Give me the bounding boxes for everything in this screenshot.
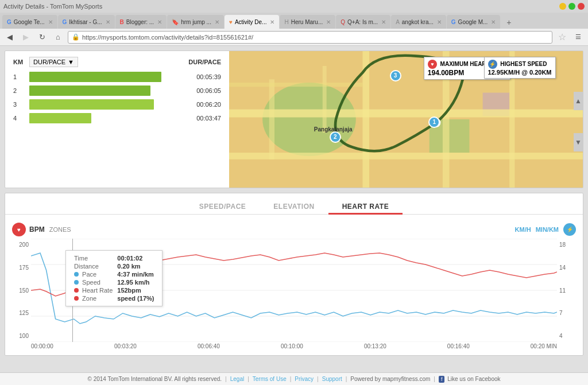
tab-heart-rate[interactable]: HEART RATE (328, 199, 403, 214)
footer-tou[interactable]: Terms of Use (253, 376, 287, 382)
tab-close-google-te[interactable]: ✕ (48, 19, 53, 25)
footer: © 2014 TomTom International BV. All righ… (0, 372, 588, 385)
tab-google-m[interactable]: G Google M... ✕ (447, 15, 500, 29)
tab-close-hrm[interactable]: ✕ (215, 19, 219, 25)
col-durpace-dropdown[interactable]: DUR/PACE ▼ (29, 57, 78, 67)
waypoint-3: 3 (390, 70, 401, 81)
lap-bar-container (29, 72, 185, 82)
zones-label: ZONES (49, 226, 71, 233)
lap-row: 2 00:06:05 (13, 85, 221, 96)
home-btn[interactable]: ⌂ (52, 31, 64, 44)
footer-support[interactable]: Support (322, 376, 342, 382)
footer-powered: Powered by mapmyfitness.com (350, 376, 430, 382)
speed-icon: ⚡ (488, 60, 497, 69)
speed-dot (74, 280, 79, 285)
tab-blogger[interactable]: B Blogger: ... ✕ (115, 15, 167, 29)
bookmark-btn[interactable]: ☆ (556, 31, 568, 44)
footer-fb: f Like us on Facebook (439, 376, 501, 382)
lap-time: 00:06:05 (189, 87, 221, 94)
tooltip-pace-value: 4:37 min/km (115, 270, 156, 278)
title-bar: Activity Details - TomTom MySports (0, 0, 588, 13)
map-arrow-up[interactable]: ▲ (574, 92, 583, 110)
tab-angkot[interactable]: A angkot kra... ✕ (391, 15, 446, 29)
highest-speed-label: HIGHEST SPEED (500, 60, 547, 67)
tab-close-qa[interactable]: ✕ (381, 19, 386, 25)
menu-btn[interactable]: ☰ (572, 31, 585, 44)
new-tab-btn[interactable]: + (502, 16, 516, 29)
tooltip-speed-value: 12.95 km/h (115, 278, 156, 286)
tab-heru[interactable]: H Heru Maru... ✕ (280, 15, 335, 29)
lap-number: 3 (13, 101, 25, 108)
lap-bar (29, 113, 91, 123)
tooltip-time-label: Time (72, 254, 115, 262)
footer-legal[interactable]: Legal (230, 376, 244, 382)
lap-time: 00:03:47 (189, 115, 221, 122)
tooltip-time-value: 00:01:02 (115, 254, 156, 262)
bpm-label: BPM (29, 225, 45, 234)
tab-close-ikhtisar[interactable]: ✕ (106, 19, 110, 25)
tab-hrm[interactable]: 🔖 hrm jump ... ✕ (167, 15, 224, 29)
lap-time: 00:06:20 (189, 101, 221, 108)
col-km: KM (13, 59, 25, 65)
address-bar[interactable]: 🔒 https://mysports.tomtom.com/activity/d… (68, 31, 552, 44)
tooltip-pace-label: Pace (72, 270, 115, 278)
tooltip-zone-value: speed (17%) (115, 294, 156, 302)
lap-row: 1 00:05:39 (13, 72, 221, 82)
hr-dot (74, 288, 79, 293)
col-durpace2: DUR/PACE (188, 59, 221, 65)
tooltip-speed-label: Speed (72, 278, 115, 286)
maximize-btn[interactable] (568, 3, 575, 10)
lap-table: KM DUR/PACE ▼ DUR/PACE 1 00:05:39 2 00:0… (5, 51, 229, 188)
lap-number: 2 (13, 87, 25, 94)
map-area: 1 2 3 ♥ MAXIMUM HEART RATE 194.00BPM ⚡ H… (229, 51, 583, 188)
tab-close-google-m[interactable]: ✕ (491, 19, 496, 25)
minimize-btn[interactable] (559, 3, 566, 10)
footer-privacy[interactable]: Privacy (295, 376, 314, 382)
lap-table-header: KM DUR/PACE ▼ DUR/PACE (13, 57, 221, 67)
tooltip-hr-value: 152bpm (115, 286, 156, 294)
footer-copyright: © 2014 TomTom International BV. All righ… (88, 376, 222, 382)
chart-container: 200 175 150 125 100 Time 00:01:02 (5, 239, 583, 342)
lap-bar (29, 85, 150, 96)
place-label: Pangkalanjaja (314, 126, 353, 133)
chart-tabs: SPEED/PACE ELEVATION HEART RATE (5, 193, 583, 215)
tab-close-activity[interactable]: ✕ (270, 19, 274, 25)
top-panel: KM DUR/PACE ▼ DUR/PACE 1 00:05:39 2 00:0… (5, 50, 583, 188)
close-btn[interactable] (578, 3, 585, 10)
tab-ikhtisar[interactable]: G Ikhtisar - G... ✕ (58, 15, 115, 29)
lap-row: 3 00:06:20 (13, 99, 221, 110)
pace-dot (74, 272, 79, 277)
lap-bar (29, 99, 154, 110)
waypoint-1: 1 (428, 116, 440, 128)
hr-icon: ♥ (428, 60, 437, 69)
tooltip-dist-label: Distance (72, 262, 115, 270)
chart-header: ♥ BPM ZONES KM/H MIN/KM ⚡ (5, 219, 583, 239)
tab-close-blogger[interactable]: ✕ (157, 19, 162, 25)
back-btn[interactable]: ◀ (3, 31, 16, 44)
tab-activity[interactable]: ♥ Activity De... ✕ (225, 15, 280, 29)
tooltip-dist-value: 0.20 km (115, 262, 156, 270)
tab-qa[interactable]: Q Q+A: Is m... ✕ (336, 15, 390, 29)
tab-google-te[interactable]: G Google Te... ✕ (2, 15, 57, 29)
lap-number: 4 (13, 115, 25, 122)
highest-speed-tooltip: ⚡ HIGHEST SPEED 12.95KM/H @ 0.20KM (484, 57, 556, 79)
map-arrow-down[interactable]: ▼ (574, 133, 583, 151)
bpm-heart-icon: ♥ (12, 223, 26, 236)
forward-btn[interactable]: ▶ (20, 31, 32, 44)
chart-main[interactable]: Time 00:01:02 Distance 0.20 km Pace (31, 239, 557, 342)
x-axis: 00:00:00 00:03:20 00:06:40 00:10:00 00:1… (5, 342, 583, 351)
lap-time: 00:05:39 (189, 73, 221, 80)
tab-speed-pace[interactable]: SPEED/PACE (185, 199, 260, 214)
tab-close-angkot[interactable]: ✕ (437, 19, 442, 25)
chart-right-labels: KM/H MIN/KM ⚡ (515, 223, 576, 236)
tab-elevation[interactable]: ELEVATION (260, 199, 328, 214)
tab-close-heru[interactable]: ✕ (326, 19, 331, 25)
lap-bar (29, 72, 161, 82)
y-axis-left: 200 175 150 125 100 (11, 239, 31, 342)
lap-bar-container (29, 85, 185, 96)
url-text: https://mysports.tomtom.com/activity/det… (82, 34, 253, 41)
window-title: Activity Details - TomTom MySports (3, 3, 102, 10)
y-axis-right: 18 14 11 7 4 (557, 239, 577, 342)
reload-btn[interactable]: ↻ (36, 31, 48, 44)
waypoint-2: 2 (330, 131, 341, 143)
